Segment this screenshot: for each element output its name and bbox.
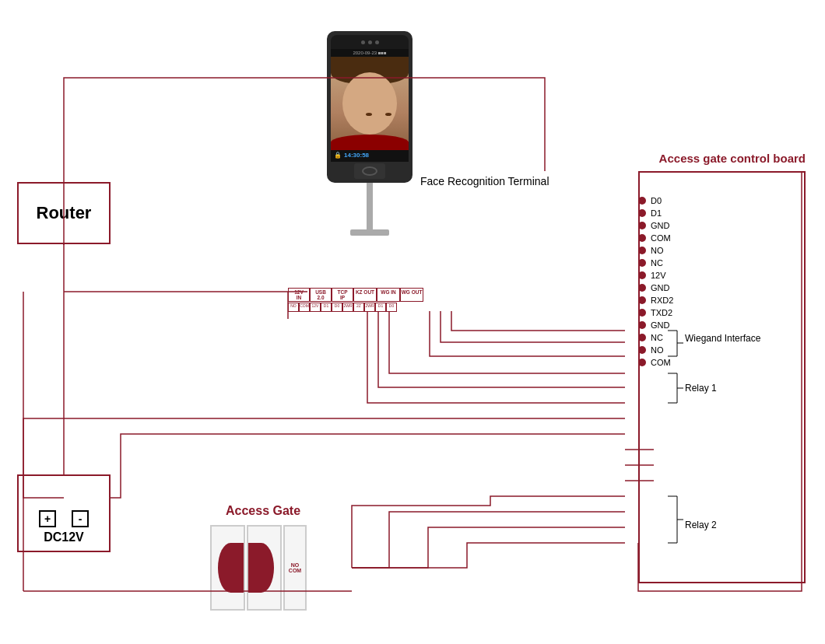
dot-12v [638, 271, 646, 279]
battery-plus: + [39, 510, 56, 527]
terminal-dot-1 [361, 40, 365, 44]
dot-gnd2 [638, 284, 646, 292]
label-txd2: TXD2 [651, 308, 678, 317]
terminal-dot-3 [375, 40, 379, 44]
port-label-wgout: WG OUT [400, 288, 423, 302]
pin-no: NO [288, 303, 299, 312]
terminal-time: 14:30:58 [344, 152, 369, 159]
gate-port-com: COM [289, 568, 301, 573]
face-oval [342, 72, 397, 135]
router-label: Router [37, 203, 92, 223]
dot-d0 [638, 197, 646, 205]
gate-port-no: NO [291, 562, 300, 568]
label-rxd2: RXD2 [651, 296, 678, 305]
label-12v: 12V [651, 271, 678, 280]
gate-panel-right [247, 525, 282, 611]
port-label-wgin: WG IN [377, 288, 400, 302]
dot-no2 [638, 346, 646, 354]
dot-txd2 [638, 309, 646, 317]
dot-com2 [638, 359, 646, 366]
port-pins-row: NO COM 12V D1 D0 2WR 2Z 2WR D1 D0 [288, 303, 423, 312]
terminal-point-d1: D1 [638, 208, 678, 218]
terminal-date: 2020-09-23 ■■■ [331, 49, 409, 57]
label-nc1: NC [651, 258, 678, 268]
battery-box: + - DC12V [17, 474, 111, 552]
label-gnd3: GND [651, 320, 678, 330]
terminal-point-12v: 12V [638, 271, 678, 280]
label-gnd2: GND [651, 283, 678, 292]
gate-side-panel: NO COM [283, 525, 307, 611]
terminal-lock-icon: 🔒 [334, 152, 342, 159]
terminal-device: 2020-09-23 ■■■ 🔒 14:30:58 [327, 31, 412, 236]
label-no2: NO [651, 345, 678, 355]
battery-label: DC12V [44, 530, 84, 544]
terminal-dot-2 [368, 40, 372, 44]
port-label-kzout: KZ OUT [353, 288, 377, 302]
port-label-usb: USB2.0 [310, 288, 332, 302]
pin-2wr2: 2WR [364, 303, 375, 312]
dot-gnd1 [638, 222, 646, 229]
battery-terminals: + - [39, 510, 89, 527]
dot-com [638, 234, 646, 242]
terminal-reader [354, 163, 385, 179]
pin-2wr1: 2WR [342, 303, 353, 312]
label-d0: D0 [651, 196, 678, 205]
pin-2z: 2Z [353, 303, 364, 312]
port-block: 12VIN USB2.0 TCPIP KZ OUT WG IN WG OUT N… [288, 288, 423, 312]
terminal-point-d0: D0 [638, 196, 678, 205]
shoulder [331, 135, 409, 150]
port-labels-row: 12VIN USB2.0 TCPIP KZ OUT WG IN WG OUT [288, 288, 423, 302]
port-label-tcp: TCPIP [332, 288, 353, 302]
terminal-time-bar: 🔒 14:30:58 [331, 150, 409, 160]
access-gate-device: NO COM [210, 525, 307, 611]
dot-nc1 [638, 259, 646, 267]
label-gnd1: GND [651, 221, 678, 230]
dot-no1 [638, 247, 646, 254]
terminal-label: Face Recognition Terminal [420, 175, 549, 187]
terminal-point-nc2: NC [638, 333, 678, 342]
label-no1: NO [651, 246, 678, 255]
port-label-12v: 12VIN [288, 288, 310, 302]
label-com2: COM [651, 358, 678, 367]
terminal-strip: D0 D1 GND COM NO NC [638, 196, 678, 367]
router-box: Router [17, 182, 111, 244]
control-board-title: Access gate control board [659, 152, 806, 165]
relay1-label: Relay 1 [685, 383, 717, 394]
label-d1: D1 [651, 208, 678, 218]
gate-port-labels: NO COM [289, 562, 301, 573]
pin-12v: 12V [310, 303, 321, 312]
access-gate-label: Access Gate [226, 504, 300, 518]
pin-d1: D1 [321, 303, 332, 312]
terminal-base [350, 229, 389, 236]
terminal-point-gnd3: GND [638, 320, 678, 330]
dot-nc2 [638, 334, 646, 341]
reader-oval [362, 166, 377, 176]
terminal-screen: 2020-09-23 ■■■ 🔒 14:30:58 [331, 49, 409, 162]
terminal-point-no1: NO [638, 246, 678, 255]
wiegand-interface-label: Wiegand Interface [685, 333, 760, 344]
terminal-face [331, 57, 409, 150]
pin-com: COM [299, 303, 310, 312]
pin-d0: D0 [332, 303, 342, 312]
terminal-point-com: COM [638, 233, 678, 243]
terminal-point-com2: COM [638, 358, 678, 367]
pin-d0b: D0 [386, 303, 397, 312]
terminal-body: 2020-09-23 ■■■ 🔒 14:30:58 [327, 31, 412, 183]
pin-d1b: D1 [375, 303, 386, 312]
label-com: COM [651, 233, 678, 243]
terminal-point-gnd2: GND [638, 283, 678, 292]
terminal-point-nc1: NC [638, 258, 678, 268]
dot-rxd2 [638, 296, 646, 304]
terminal-pole [367, 183, 373, 229]
terminal-point-rxd2: RXD2 [638, 296, 678, 305]
terminal-point-no2: NO [638, 345, 678, 355]
terminal-top [331, 35, 409, 49]
control-board: D0 D1 GND COM NO NC [638, 171, 806, 583]
eye-right [385, 113, 391, 116]
eye-left [366, 113, 372, 116]
label-nc2: NC [651, 333, 678, 342]
gate-panel-left [210, 525, 245, 611]
dot-d1 [638, 209, 646, 217]
relay2-label: Relay 2 [685, 520, 717, 530]
dot-gnd3 [638, 321, 646, 329]
